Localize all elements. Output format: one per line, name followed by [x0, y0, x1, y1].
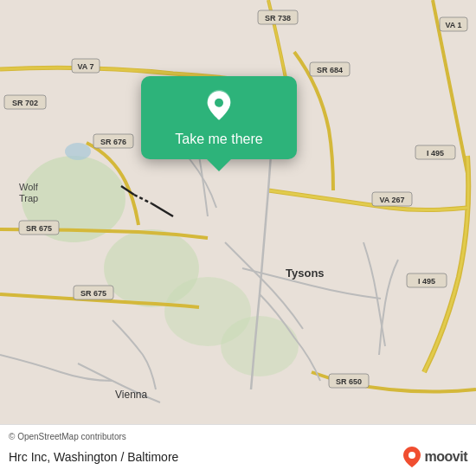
svg-text:SR 684: SR 684 [317, 66, 343, 74]
moovit-logo: moovit [402, 445, 467, 469]
svg-text:Vienna: Vienna [115, 389, 147, 401]
location-label: Hrc Inc, Washington / Baltimore [9, 450, 178, 464]
svg-point-4 [221, 316, 299, 376]
bottom-bar: © OpenStreetMap contributors Hrc Inc, Wa… [0, 424, 476, 476]
svg-text:VA 7: VA 7 [77, 62, 93, 71]
svg-point-39 [408, 452, 415, 459]
svg-text:SR 738: SR 738 [265, 14, 291, 23]
map-background: SR 702 VA 7 SR 738 VA 1 SR 676 SR 684 I … [0, 0, 476, 424]
svg-text:SR 650: SR 650 [336, 377, 362, 386]
svg-text:Wolf: Wolf [19, 182, 39, 192]
popup-card: Take me there [141, 76, 297, 159]
moovit-pin-icon [402, 445, 421, 469]
svg-text:VA 1: VA 1 [445, 21, 461, 29]
svg-text:VA 267: VA 267 [379, 196, 404, 204]
svg-text:Trap: Trap [19, 193, 38, 203]
moovit-text: moovit [425, 449, 467, 465]
take-me-there-button[interactable]: Take me there [175, 130, 262, 149]
bottom-info: Hrc Inc, Washington / Baltimore moovit [9, 445, 467, 469]
map-container: SR 702 VA 7 SR 738 VA 1 SR 676 SR 684 I … [0, 0, 476, 424]
svg-text:SR 676: SR 676 [100, 138, 126, 146]
svg-text:SR 675: SR 675 [26, 224, 52, 233]
svg-point-5 [65, 143, 91, 160]
attribution-text: © OpenStreetMap contributors [9, 432, 467, 441]
svg-text:SR 675: SR 675 [80, 289, 106, 298]
svg-text:SR 702: SR 702 [12, 99, 38, 107]
svg-text:I 495: I 495 [418, 277, 435, 286]
svg-text:I 495: I 495 [427, 149, 444, 158]
location-pin-icon [202, 88, 236, 123]
svg-point-38 [215, 99, 223, 107]
svg-text:Tysons: Tysons [286, 267, 325, 280]
